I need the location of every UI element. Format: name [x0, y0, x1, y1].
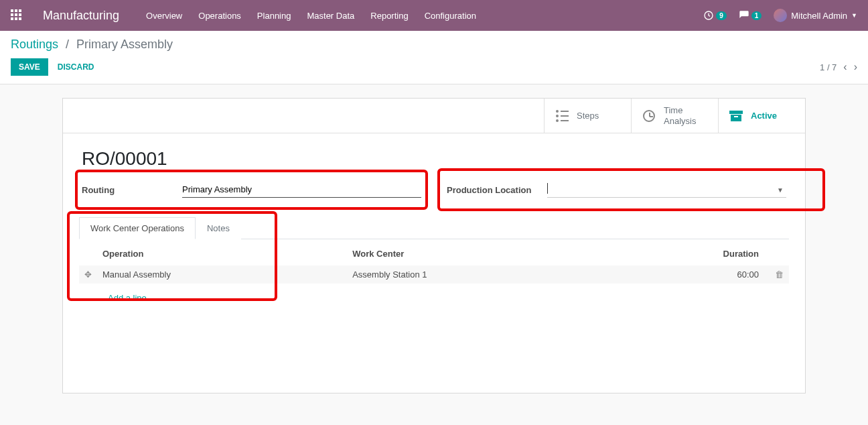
- breadcrumb-current: Primary Assembly: [76, 38, 173, 51]
- routing-field-group: Routing: [79, 176, 424, 203]
- clock-icon: [641, 108, 657, 124]
- svg-rect-2: [731, 115, 741, 121]
- drag-handle-icon[interactable]: ✥: [84, 269, 92, 280]
- main-menu: Overview Operations Planning Master Data…: [146, 11, 476, 21]
- dropdown-caret-icon[interactable]: ▼: [777, 186, 784, 194]
- pager-next[interactable]: ›: [854, 61, 857, 73]
- add-line-link[interactable]: Add a line: [102, 288, 152, 308]
- cell-duration[interactable]: 60:00: [617, 265, 764, 284]
- apps-icon[interactable]: [11, 9, 23, 21]
- control-bar: Routings / Primary Assembly SAVE DISCARD…: [0, 31, 868, 84]
- activities-badge: 9: [716, 11, 727, 20]
- breadcrumb-parent[interactable]: Routings: [11, 38, 58, 51]
- activities-icon[interactable]: 9: [703, 10, 727, 21]
- messages-badge: 1: [751, 11, 762, 20]
- tabs: Work Center Operations Notes: [79, 217, 789, 239]
- menu-master-data[interactable]: Master Data: [307, 11, 354, 21]
- tab-notes[interactable]: Notes: [196, 217, 241, 239]
- breadcrumb: Routings / Primary Assembly: [11, 38, 857, 52]
- menu-reporting[interactable]: Reporting: [370, 11, 408, 21]
- time-analysis-label: Time Analysis: [664, 105, 696, 126]
- discard-button[interactable]: DISCARD: [58, 62, 94, 72]
- col-work-center[interactable]: Work Center: [347, 242, 617, 265]
- col-operation[interactable]: Operation: [97, 242, 347, 265]
- cell-operation[interactable]: Manual Assembly: [97, 265, 347, 284]
- save-button[interactable]: SAVE: [11, 58, 48, 76]
- production-location-label: Production Location: [447, 185, 547, 195]
- svg-rect-1: [729, 111, 743, 114]
- active-toggle-button[interactable]: Active: [718, 99, 805, 133]
- production-location-field-group: Production Location ▼: [444, 176, 789, 203]
- svg-rect-3: [734, 116, 738, 117]
- pager-prev[interactable]: ‹: [843, 61, 847, 73]
- caret-down-icon: ▼: [851, 12, 857, 19]
- production-location-input[interactable]: [547, 182, 786, 198]
- pager-text[interactable]: 1 / 7: [820, 62, 837, 72]
- button-box: Steps Time Analysis Active: [63, 99, 805, 133]
- menu-planning[interactable]: Planning: [257, 11, 291, 21]
- avatar: [774, 9, 787, 22]
- app-brand[interactable]: Manufacturing: [43, 9, 119, 23]
- steps-button[interactable]: Steps: [544, 99, 631, 133]
- add-line-row: Add a line: [79, 284, 789, 312]
- menu-operations[interactable]: Operations: [198, 11, 241, 21]
- top-navbar: Manufacturing Overview Operations Planni…: [0, 0, 868, 31]
- cell-work-center[interactable]: Assembly Station 1: [347, 265, 617, 284]
- archive-icon: [728, 108, 744, 124]
- pager: 1 / 7 ‹ ›: [820, 61, 857, 73]
- form-sheet: Steps Time Analysis Active RO/00001 Rout: [62, 98, 806, 393]
- user-menu[interactable]: Mitchell Admin ▼: [774, 9, 857, 22]
- table-row[interactable]: ✥ Manual Assembly Assembly Station 1 60:…: [79, 265, 789, 284]
- tabs-container: Work Center Operations Notes Operation W…: [63, 217, 805, 339]
- active-label: Active: [751, 111, 777, 121]
- tab-content: Operation Work Center Duration ✥ Manual …: [79, 239, 789, 312]
- record-title: RO/00001: [63, 133, 805, 176]
- routing-input[interactable]: [182, 182, 421, 198]
- menu-configuration[interactable]: Configuration: [425, 11, 476, 21]
- steps-label: Steps: [577, 111, 599, 121]
- time-analysis-button[interactable]: Time Analysis: [631, 99, 718, 133]
- tab-work-center-operations[interactable]: Work Center Operations: [79, 217, 196, 239]
- operations-table: Operation Work Center Duration ✥ Manual …: [79, 242, 789, 312]
- user-name: Mitchell Admin: [791, 11, 847, 21]
- routing-label: Routing: [82, 185, 182, 195]
- messages-icon[interactable]: 1: [739, 10, 762, 21]
- delete-row-icon[interactable]: 🗑: [770, 269, 784, 280]
- col-duration[interactable]: Duration: [617, 242, 764, 265]
- list-icon: [554, 108, 570, 124]
- menu-overview[interactable]: Overview: [146, 11, 182, 21]
- text-cursor: [547, 183, 548, 194]
